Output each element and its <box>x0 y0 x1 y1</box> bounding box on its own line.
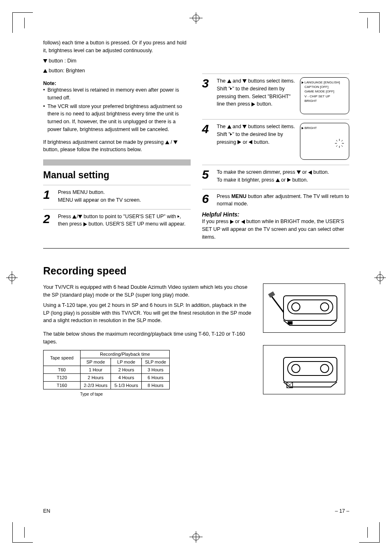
svg-line-16 <box>336 140 337 141</box>
svg-rect-21 <box>268 291 275 298</box>
left-triangle-icon <box>249 140 252 144</box>
page-root: follows) each time a button is pressed. … <box>0 0 392 555</box>
helpful-hints-body: If you press or button while in BRIGHT m… <box>202 218 350 241</box>
registration-mark-left <box>6 269 18 286</box>
table-row: T1602-2/3 Hours5-1/3 Hours8 Hours <box>44 381 170 389</box>
step-4-body: The and buttons select items. Shift "" t… <box>217 123 296 146</box>
up-triangle-icon <box>72 215 76 219</box>
step-1: 1 Press MENU button. MENU will appear on… <box>43 189 191 204</box>
cursor-triangle-icon <box>230 88 232 90</box>
rec-para-2: Using a T-120 tape, you get 2 hours in S… <box>43 302 251 325</box>
recording-speed-block: Your TV/VCR is equipped with 6 head Doub… <box>43 283 349 397</box>
footer-language: EN <box>43 508 50 514</box>
brightness-sun-icon <box>334 138 345 149</box>
step-separator <box>202 165 350 165</box>
crop-mark-bottom-left <box>12 522 33 543</box>
step-2-body: Press / button to point to "USER'S SET U… <box>58 213 191 228</box>
right-triangle-icon <box>238 140 241 144</box>
cassette-tab-removed-figure <box>263 345 345 394</box>
section-divider-bar <box>43 159 191 166</box>
osd-screen-users-setup: LANGUAGE [ENGLISH] CAPTION [OFF] GAME MO… <box>300 77 349 114</box>
intro-line: follows) each time a button is pressed. … <box>43 39 191 55</box>
manual-setting-heading: Manual setting <box>43 170 191 181</box>
cursor-triangle-icon <box>302 81 304 84</box>
recording-time-table: Tape speed Recording/Playback time SP mo… <box>43 350 170 389</box>
step-number-3: 3 <box>202 77 213 114</box>
up-triangle-icon <box>227 125 231 129</box>
svg-point-30 <box>321 364 329 373</box>
step-5-body: To make the screen dimmer, press or butt… <box>217 168 350 184</box>
bright-line: button: Brighten <box>43 67 191 75</box>
step-5: 5 To make the screen dimmer, press or bu… <box>202 168 350 184</box>
osd-row: CAPTION [OFF] <box>304 85 346 89</box>
th-sp: SP mode <box>81 358 111 366</box>
down-triangle-icon <box>43 59 47 63</box>
recording-speed-figures <box>263 283 349 397</box>
step-6-body: Press MENU button after adjustment. The … <box>217 193 350 208</box>
left-column: follows) each time a button is pressed. … <box>43 39 191 241</box>
recording-speed-text: Your TV/VCR is equipped with 6 head Doub… <box>43 283 251 397</box>
osd-row: BRIGHT <box>304 126 346 130</box>
cursor-triangle-icon <box>302 127 304 129</box>
two-column-layout: follows) each time a button is pressed. … <box>43 39 349 241</box>
th-lp: LP mode <box>111 358 141 366</box>
note-text-2: The VCR will store your preferred bright… <box>47 103 190 134</box>
cassette-intact-icon <box>267 288 341 329</box>
cassette-taped-icon <box>267 349 341 390</box>
up-triangle-icon <box>165 140 169 144</box>
svg-line-17 <box>341 145 343 147</box>
bright-text: button: Brighten <box>48 68 85 74</box>
step-separator <box>202 119 350 120</box>
up-triangle-icon <box>227 79 231 83</box>
step-2: 2 Press / button to point to "USER'S SET… <box>43 213 191 228</box>
step-separator <box>202 74 350 74</box>
th-rec-time: Recording/Playback time <box>81 350 170 358</box>
table-row: T601 Hour2 Hours3 Hours <box>44 366 170 373</box>
osd-row: V - CHIP SET UP <box>304 94 346 99</box>
note-text-1: Brightness level is retained in memory e… <box>47 86 190 102</box>
osd-row: BRIGHT <box>304 99 346 103</box>
table-row: T1202 Hours4 Hours6 Hours <box>44 373 170 381</box>
svg-line-18 <box>341 140 343 141</box>
footer-page-number: – 17 – <box>335 508 349 514</box>
rec-para-1: Your TV/VCR is equipped with 6 head Doub… <box>43 283 251 299</box>
note-item-1: •Brightness level is retained in memory … <box>43 86 191 102</box>
registration-mark-right <box>374 269 386 286</box>
left-triangle-icon <box>308 170 312 175</box>
down-triangle-icon <box>242 125 247 129</box>
dim-line: button : Dim <box>43 57 191 65</box>
svg-rect-23 <box>288 300 333 314</box>
type-of-tape-caption: Type of tape <box>80 392 103 396</box>
step-number-1: 1 <box>43 189 54 204</box>
dim-text: button : Dim <box>48 58 76 64</box>
step-3-body: The and buttons select items. Shift "" t… <box>217 77 296 108</box>
helpful-hints-heading: Helpful Hints: <box>202 211 350 218</box>
osd-row: LANGUAGE [ENGLISH] <box>304 80 346 85</box>
svg-line-20 <box>271 296 284 312</box>
crop-mark-bottom-right <box>359 522 380 543</box>
right-triangle-icon <box>230 220 234 224</box>
svg-rect-28 <box>288 362 333 375</box>
manual-hint: If brightness adjustment cannot be made … <box>43 138 191 154</box>
recording-speed-heading: Recording speed <box>43 265 349 277</box>
step-number-6: 6 <box>202 193 213 208</box>
down-triangle-icon <box>297 170 301 174</box>
intro-paragraph: follows) each time a button is pressed. … <box>43 39 191 75</box>
step-1-body: Press MENU button. MENU will appear on t… <box>58 189 191 204</box>
down-triangle-icon <box>78 215 82 219</box>
th-slp: SLP mode <box>141 358 169 366</box>
right-triangle-icon <box>83 222 87 226</box>
th-tape-speed: Tape speed <box>44 350 81 366</box>
crop-mark-top-right <box>359 12 380 33</box>
table-intro: The table below shows the maximum record… <box>43 330 251 346</box>
svg-point-29 <box>292 364 300 373</box>
osd-screen-bright: BRIGHT <box>300 123 349 160</box>
step-number-2: 2 <box>43 213 54 228</box>
section-rule <box>43 248 349 249</box>
step-6: 6 Press MENU button after adjustment. Th… <box>202 193 350 208</box>
osd-row: GAME MODE [OFF] <box>304 89 346 94</box>
down-triangle-icon <box>242 79 247 83</box>
page-footer: EN – 17 – <box>43 508 349 514</box>
right-column: 3 The and buttons select items. Shift ""… <box>202 72 350 241</box>
right-triangle-icon <box>251 102 255 106</box>
